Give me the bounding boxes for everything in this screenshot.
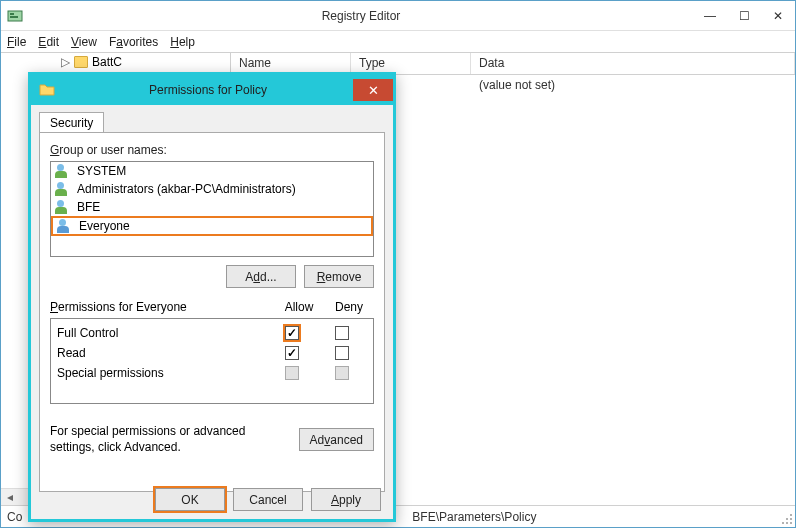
group-item-label: Everyone <box>79 219 130 233</box>
perm-row-read: Read <box>57 343 367 363</box>
svg-rect-2 <box>10 16 18 18</box>
expand-icon[interactable]: ▷ <box>61 55 70 69</box>
svg-point-8 <box>790 514 792 516</box>
allow-checkbox <box>285 366 299 380</box>
remove-button[interactable]: Remove <box>304 265 374 288</box>
folder-icon <box>39 82 55 98</box>
cell-data: (value not set) <box>471 75 795 95</box>
maximize-button[interactable]: ☐ <box>727 5 761 27</box>
permissions-for-label: Permissions for Everyone <box>50 300 274 314</box>
perm-name: Full Control <box>57 326 267 340</box>
col-data[interactable]: Data <box>471 53 795 74</box>
folder-icon <box>74 56 88 68</box>
regedit-icon <box>7 8 23 24</box>
group-item-bfe[interactable]: BFE <box>51 198 373 216</box>
svg-point-7 <box>786 518 788 520</box>
allow-checkbox[interactable] <box>285 326 299 340</box>
tree-item[interactable]: ▷ BattC <box>1 53 230 71</box>
group-item-label: SYSTEM <box>77 164 126 178</box>
group-icon <box>55 182 71 196</box>
tab-strip: Security <box>39 111 385 132</box>
col-allow: Allow <box>274 300 324 314</box>
user-icon <box>57 219 73 233</box>
permissions-dialog: Permissions for Policy ✕ Security Group … <box>28 72 396 522</box>
tab-body: Group or user names: SYSTEM Administrato… <box>39 132 385 492</box>
advanced-text: For special permissions or advanced sett… <box>50 424 289 455</box>
svg-point-6 <box>782 522 784 524</box>
status-path: BFE\Parameters\Policy <box>412 510 536 524</box>
ok-button[interactable]: OK <box>155 488 225 511</box>
group-item-everyone[interactable]: Everyone <box>51 216 373 236</box>
menu-file[interactable]: File <box>7 35 26 49</box>
window-controls: — ☐ ✕ <box>693 5 795 27</box>
dialog-close-button[interactable]: ✕ <box>353 79 393 101</box>
dialog-footer: OK Cancel Apply <box>31 488 393 511</box>
deny-checkbox[interactable] <box>335 346 349 360</box>
deny-checkbox[interactable] <box>335 326 349 340</box>
scroll-left-icon[interactable]: ◂ <box>1 489 18 506</box>
add-button[interactable]: Add... <box>226 265 296 288</box>
menu-edit[interactable]: Edit <box>38 35 59 49</box>
menu-help[interactable]: Help <box>170 35 195 49</box>
group-item-label: BFE <box>77 200 100 214</box>
perm-row-full-control: Full Control <box>57 323 367 343</box>
tab-security[interactable]: Security <box>39 112 104 133</box>
minimize-button[interactable]: — <box>693 5 727 27</box>
group-buttons: Add... Remove <box>50 265 374 288</box>
perm-row-special: Special permissions <box>57 363 367 383</box>
col-name[interactable]: Name <box>231 53 351 74</box>
perm-name: Special permissions <box>57 366 267 380</box>
group-listbox[interactable]: SYSTEM Administrators (akbar-PC\Administ… <box>50 161 374 257</box>
tree-item-label: BattC <box>92 55 122 69</box>
group-names-label: Group or user names: <box>50 143 374 157</box>
window-title: Registry Editor <box>29 9 693 23</box>
svg-point-3 <box>790 522 792 524</box>
svg-point-4 <box>786 522 788 524</box>
resize-grip-icon[interactable] <box>781 513 793 525</box>
group-icon <box>55 164 71 178</box>
advanced-row: For special permissions or advanced sett… <box>50 424 374 455</box>
svg-point-5 <box>790 518 792 520</box>
close-button[interactable]: ✕ <box>761 5 795 27</box>
dialog-titlebar[interactable]: Permissions for Policy ✕ <box>31 75 393 105</box>
svg-rect-1 <box>10 13 14 15</box>
group-icon <box>55 200 71 214</box>
col-deny: Deny <box>324 300 374 314</box>
menu-view[interactable]: View <box>71 35 97 49</box>
perm-name: Read <box>57 346 267 360</box>
cancel-button[interactable]: Cancel <box>233 488 303 511</box>
group-item-system[interactable]: SYSTEM <box>51 162 373 180</box>
group-item-label: Administrators (akbar-PC\Administrators) <box>77 182 296 196</box>
permissions-listbox: Full Control Read Special permissions <box>50 318 374 404</box>
apply-button[interactable]: Apply <box>311 488 381 511</box>
titlebar: Registry Editor — ☐ ✕ <box>1 1 795 31</box>
deny-checkbox <box>335 366 349 380</box>
permissions-header: Permissions for Everyone Allow Deny <box>50 300 374 314</box>
col-type[interactable]: Type <box>351 53 471 74</box>
status-prefix: Co <box>7 510 22 524</box>
menubar: File Edit View Favorites Help <box>1 31 795 53</box>
advanced-button[interactable]: Advanced <box>299 428 374 451</box>
dialog-title: Permissions for Policy <box>63 83 353 97</box>
menu-favorites[interactable]: Favorites <box>109 35 158 49</box>
allow-checkbox[interactable] <box>285 346 299 360</box>
group-item-administrators[interactable]: Administrators (akbar-PC\Administrators) <box>51 180 373 198</box>
